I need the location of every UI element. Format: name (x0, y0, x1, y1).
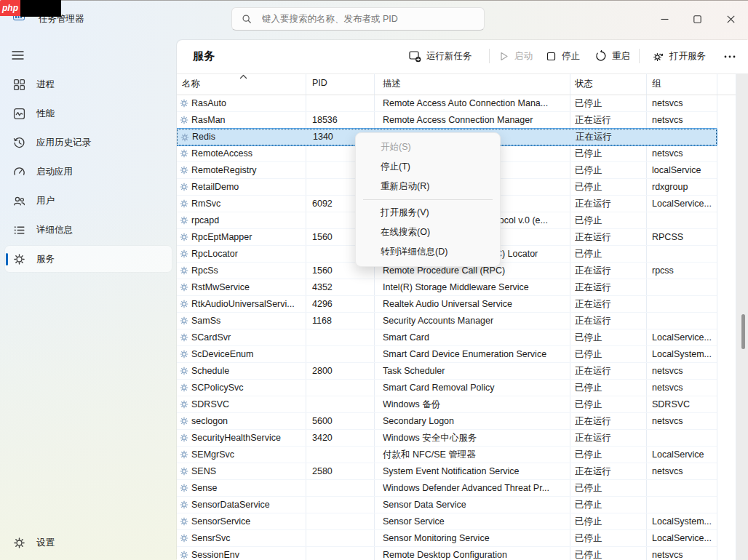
service-status: 正在运行 (575, 296, 642, 312)
sidebar-item-settings[interactable]: 设置 (5, 529, 172, 556)
sidebar-item-performance[interactable]: 性能 (5, 100, 172, 127)
service-description: Windows Defender Advanced Threat Pr... (383, 480, 568, 496)
restart-service-button[interactable]: 重启 (594, 46, 632, 66)
stop-service-label: 停止 (562, 50, 580, 63)
stop-icon (546, 51, 557, 62)
sidebar-item-users[interactable]: 用户 (5, 188, 172, 214)
service-description: Smart Card Removal Policy (383, 380, 568, 396)
service-status: 已停止 (575, 179, 642, 195)
menu-item-search-online[interactable]: 在线搜索(O) (356, 223, 500, 242)
sidebar-item-startup-apps[interactable]: 启动应用 (5, 159, 172, 185)
service-gear-icon (180, 551, 188, 559)
service-group: LocalService... (652, 530, 715, 546)
service-row[interactable]: RstMwService 4352 Intel(R) Storage Middl… (177, 279, 717, 296)
service-row[interactable]: RtkAudioUniversalServi... 4296 Realtek A… (177, 296, 717, 313)
service-status: 已停止 (575, 530, 642, 546)
service-row[interactable]: SCardSvr Smart Card 已停止 LocalService... (177, 329, 717, 346)
service-group: netsvcs (652, 95, 715, 111)
menu-separator (363, 199, 493, 200)
restart-service-label: 重启 (612, 50, 630, 63)
service-gear-icon (180, 450, 188, 459)
service-status: 正在运行 (575, 463, 642, 479)
hamburger-icon (12, 50, 24, 60)
service-row[interactable]: SessionEnv Remote Desktop Configuration … (177, 547, 717, 560)
service-status: 已停止 (575, 95, 642, 111)
search-input[interactable] (260, 13, 467, 25)
column-header-name[interactable]: 名称 (182, 78, 200, 90)
service-status: 已停止 (575, 380, 642, 396)
service-name: SensorDataService (191, 497, 302, 513)
speedometer-icon (13, 166, 25, 178)
service-group: rdxgroup (652, 179, 715, 195)
navigation-menu-button[interactable] (10, 48, 25, 63)
sidebar-item-details[interactable]: 详细信息 (5, 217, 172, 243)
service-gear-icon (180, 149, 188, 158)
menu-item-open-services[interactable]: 打开服务(V) (356, 203, 500, 223)
settings-gear-icon (13, 537, 25, 549)
minimize-button[interactable] (648, 6, 680, 32)
scrollbar-thumb[interactable] (741, 314, 745, 349)
run-new-task-button[interactable]: 运行新任务 (407, 46, 474, 66)
service-row[interactable]: RasMan 18536 Remote Access Connection Ma… (177, 112, 717, 129)
column-header-description[interactable]: 描述 (383, 78, 401, 90)
menu-item-start[interactable]: 开始(S) (356, 137, 500, 157)
task-manager-window: php 任务管理器 (0, 0, 748, 560)
service-row[interactable]: SDRSVC Windows 备份 已停止 SDRSVC (177, 396, 717, 413)
service-row[interactable]: SensrSvc Sensor Monitoring Service 已停止 L… (177, 530, 717, 547)
service-row[interactable]: SamSs 1168 Security Accounts Manager 正在运… (177, 313, 717, 329)
service-row[interactable]: seclogon 5600 Secondary Logon 正在运行 netsv… (177, 413, 717, 430)
column-header-group[interactable]: 组 (652, 78, 661, 90)
service-row[interactable]: SecurityHealthService 3420 Windows 安全中心服… (177, 430, 717, 447)
service-group: LocalService... (652, 329, 715, 345)
service-gear-icon (180, 383, 188, 392)
service-group: netsvcs (652, 413, 715, 429)
start-service-label: 启动 (514, 50, 533, 63)
service-row[interactable]: ScDeviceEnum Smart Card Device Enumerati… (177, 346, 717, 363)
start-service-button[interactable]: 启动 (497, 46, 534, 66)
menu-item-restart[interactable]: 重新启动(R) (356, 177, 500, 196)
search-box[interactable] (231, 7, 485, 31)
service-name: SensorService (191, 513, 302, 529)
menu-item-stop[interactable]: 停止(T) (356, 157, 500, 177)
service-status: 已停止 (575, 212, 642, 228)
service-status: 已停止 (575, 346, 642, 362)
service-description: Intel(R) Storage Middleware Service (383, 279, 568, 295)
service-row[interactable]: Schedule 2800 Task Scheduler 正在运行 netsvc… (177, 363, 717, 380)
sidebar-item-services[interactable]: 服务 (5, 246, 172, 272)
stop-service-button[interactable]: 停止 (544, 46, 581, 66)
service-row[interactable]: SCPolicySvc Smart Card Removal Policy 已停… (177, 380, 717, 396)
service-status: 已停止 (575, 329, 642, 345)
service-name: RpcSs (191, 263, 302, 279)
redacted-overlay (20, 0, 61, 17)
more-options-button[interactable] (722, 46, 738, 66)
service-row[interactable]: SensorService Sensor Service 已停止 LocalSy… (177, 513, 717, 530)
service-row[interactable]: SEMgrSvc 付款和 NFC/SE 管理器 已停止 LocalService (177, 447, 717, 463)
service-row[interactable]: Sense Windows Defender Advanced Threat P… (177, 480, 717, 497)
service-status: 已停止 (575, 246, 642, 262)
sidebar-item-processes[interactable]: 进程 (5, 71, 172, 97)
service-status: 已停止 (575, 497, 642, 513)
column-header-pid[interactable]: PID (312, 78, 327, 88)
close-button[interactable] (715, 6, 747, 32)
service-description: Realtek Audio Universal Service (383, 296, 568, 312)
service-row[interactable]: SENS 2580 System Event Notification Serv… (177, 463, 717, 480)
menu-item-go-to-details[interactable]: 转到详细信息(D) (356, 242, 500, 262)
service-status: 正在运行 (575, 430, 642, 446)
column-header-status[interactable]: 状态 (575, 78, 593, 90)
service-gear-icon (180, 467, 188, 476)
sidebar-item-label: 设置 (36, 537, 55, 549)
open-services-button[interactable]: 打开服务 (650, 46, 707, 66)
service-status: 正在运行 (575, 363, 642, 379)
maximize-icon (693, 15, 701, 23)
maximize-button[interactable] (681, 6, 713, 32)
service-row[interactable]: SensorDataService Sensor Data Service 已停… (177, 497, 717, 513)
service-gear-icon (180, 417, 188, 425)
service-description: Security Accounts Manager (383, 313, 568, 329)
sidebar-item-app-history[interactable]: 应用历史记录 (5, 129, 172, 156)
selection-pill (6, 253, 8, 265)
more-options-icon (723, 51, 736, 62)
service-description: Sensor Monitoring Service (383, 530, 568, 546)
service-status: 正在运行 (575, 196, 642, 212)
service-row[interactable]: RasAuto Remote Access Auto Connection Ma… (177, 95, 717, 112)
service-gear-icon (180, 534, 188, 543)
